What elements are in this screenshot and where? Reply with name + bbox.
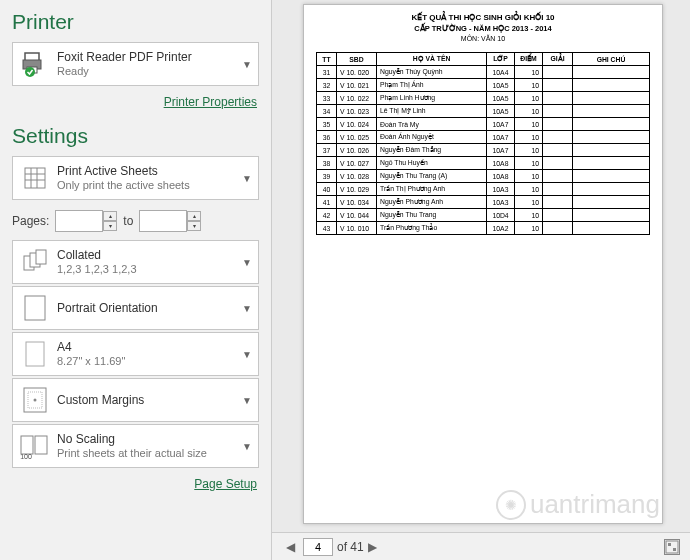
svg-rect-18 [35,436,47,454]
current-page-input[interactable] [303,538,333,556]
chevron-down-icon: ▼ [242,349,252,360]
chevron-down-icon: ▼ [242,303,252,314]
orientation-main: Portrait Orientation [57,301,238,315]
pages-from-stepper[interactable]: ▴▾ [103,211,117,231]
svg-rect-21 [668,543,671,546]
table-header: SBD [337,53,377,66]
svg-rect-12 [25,296,45,320]
table-row: 40V 10. 029Trần Thị Phương Anh10A310 [317,183,650,196]
margins-main: Custom Margins [57,393,238,407]
printer-name: Foxit Reader PDF Printer [57,50,238,64]
pages-range-row: Pages: ▴▾ to ▴▾ [12,210,259,232]
svg-rect-22 [673,548,676,551]
chevron-down-icon: ▼ [242,59,252,70]
chevron-down-icon: ▼ [242,257,252,268]
table-header: TT [317,53,337,66]
prev-page-button[interactable]: ◀ [282,540,299,554]
table-row: 41V 10. 034Nguyễn Phương Anh10A310 [317,196,650,209]
pages-to-label: to [123,214,133,228]
table-row: 35V 10. 024Đoàn Trà My10A710 [317,118,650,131]
table-row: 34V 10. 023Lê Thị Mỹ Linh10A510 [317,105,650,118]
print-area-sub: Only print the active sheets [57,179,238,192]
scaling-sub: Print sheets at their actual size [57,447,238,460]
svg-rect-13 [26,342,44,366]
table-header: GHI CHÚ [573,53,650,66]
orientation-selector[interactable]: Portrait Orientation ▼ [12,286,259,330]
table-header: GIẢI [543,53,573,66]
pages-to-input[interactable] [139,210,187,232]
svg-rect-20 [666,541,678,553]
pages-to-stepper[interactable]: ▴▾ [187,211,201,231]
printer-section-title: Printer [12,10,259,34]
paper-icon [19,338,51,370]
svg-rect-17 [21,436,33,454]
paper-main: A4 [57,340,238,354]
doc-title-2: CẤP TRƯỜNG - NĂM HỌC 2013 - 2014 [316,24,650,33]
table-header: LỚP [487,53,515,66]
print-area-selector[interactable]: Print Active Sheets Only print the activ… [12,156,259,200]
doc-title-3: MÔN: VĂN 10 [316,35,650,42]
paper-size-selector[interactable]: A4 8.27" x 11.69" ▼ [12,332,259,376]
doc-title-1: KẾT QUẢ THI HỌC SINH GIỎI KHỐI 10 [316,13,650,22]
svg-rect-11 [36,250,46,264]
margins-icon [19,384,51,416]
chevron-down-icon: ▼ [242,395,252,406]
table-header: HỌ VÀ TÊN [377,53,487,66]
pages-label: Pages: [12,214,49,228]
svg-point-3 [25,67,35,77]
print-area-main: Print Active Sheets [57,164,238,178]
printer-status: Ready [57,65,238,78]
table-row: 32V 10. 021Phạm Thị Ánh10A510 [317,79,650,92]
margins-selector[interactable]: Custom Margins ▼ [12,378,259,422]
pages-from-input[interactable] [55,210,103,232]
table-row: 31V 10. 020Nguyễn Thúy Quỳnh10A410 [317,66,650,79]
doc-table: TTSBDHỌ VÀ TÊNLỚPĐIỂMGIẢIGHI CHÚ 31V 10.… [316,52,650,235]
table-row: 39V 10. 028Nguyễn Thu Trang (A)10A810 [317,170,650,183]
portrait-icon [19,292,51,324]
page-setup-link[interactable]: Page Setup [194,477,257,491]
zoom-to-page-button[interactable] [664,539,680,555]
sheets-icon [19,162,51,194]
print-preview-area: KẾT QUẢ THI HỌC SINH GIỎI KHỐI 10 CẤP TR… [272,0,690,560]
chevron-down-icon: ▼ [242,173,252,184]
svg-rect-4 [25,168,45,188]
paper-sub: 8.27" x 11.69" [57,355,238,368]
scaling-selector[interactable]: 100 No Scaling Print sheets at their act… [12,424,259,468]
preview-footer: ◀ of 41 ▶ [272,532,690,560]
table-row: 36V 10. 025Đoàn Ánh Nguyệt10A710 [317,131,650,144]
table-header: ĐIỂM [515,53,543,66]
scaling-icon: 100 [19,430,51,462]
svg-text:100: 100 [20,453,32,459]
table-row: 33V 10. 022Phạm Linh Hương10A510 [317,92,650,105]
preview-page: KẾT QUẢ THI HỌC SINH GIỎI KHỐI 10 CẤP TR… [303,4,663,524]
printer-ready-icon [19,48,51,80]
page-total: of 41 [337,540,364,554]
collate-main: Collated [57,248,238,262]
printer-properties-link[interactable]: Printer Properties [164,95,257,109]
svg-point-16 [34,399,37,402]
collate-sub: 1,2,3 1,2,3 1,2,3 [57,263,238,276]
printer-selector[interactable]: Foxit Reader PDF Printer Ready ▼ [12,42,259,86]
collate-selector[interactable]: Collated 1,2,3 1,2,3 1,2,3 ▼ [12,240,259,284]
table-row: 43V 10. 010Trần Phương Thảo10A210 [317,222,650,235]
next-page-button[interactable]: ▶ [364,540,381,554]
table-row: 42V 10. 044Nguyễn Thu Trang10D410 [317,209,650,222]
scaling-main: No Scaling [57,432,238,446]
settings-section-title: Settings [12,124,259,148]
table-row: 37V 10. 026Nguyễn Đàm Thắng10A710 [317,144,650,157]
collate-icon [19,246,51,278]
table-row: 38V 10. 027Ngô Thu Huyền10A810 [317,157,650,170]
chevron-down-icon: ▼ [242,441,252,452]
